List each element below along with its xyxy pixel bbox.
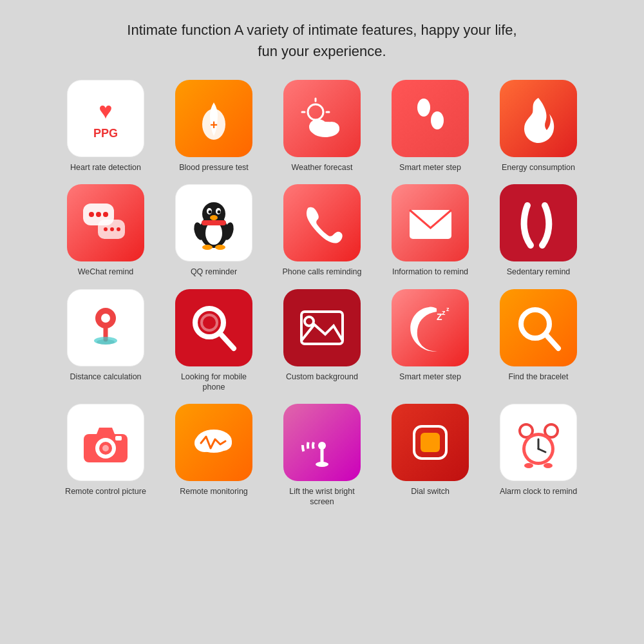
phone-icon: [301, 202, 343, 244]
icon-smart-step: [392, 80, 469, 157]
icon-weather: [283, 80, 361, 157]
svg-point-11: [431, 111, 444, 129]
svg-point-62: [316, 462, 328, 467]
svg-point-72: [544, 463, 553, 468]
sleep-icon: Z z z: [404, 302, 456, 354]
icon-find-phone: [175, 289, 252, 366]
alarm-icon: [515, 417, 563, 468]
item-blood-pressure: + Blood pressure test: [166, 80, 262, 173]
svg-rect-28: [202, 220, 226, 225]
icon-distance: [67, 289, 144, 366]
svg-point-38: [97, 339, 115, 345]
header-line1: Intimate function A variety of intimate …: [127, 19, 516, 41]
svg-point-17: [104, 227, 108, 231]
camera-icon: [80, 420, 131, 465]
item-smart-step2: Z z z Smart meter step: [382, 289, 478, 393]
ppg-label: PPG: [93, 127, 118, 140]
svg-point-15: [103, 212, 108, 217]
label-alarm: Alarm clock to remind: [500, 486, 577, 497]
header: Intimate function A variety of intimate …: [127, 19, 516, 62]
item-wrist: Lift the wrist bright screen: [274, 404, 370, 507]
icon-phone-calls: [283, 184, 361, 261]
label-weather: Weather forecast: [292, 162, 353, 173]
header-line2: fun your experience.: [127, 41, 516, 62]
item-smart-step: Smart meter step: [382, 80, 478, 173]
svg-text:z: z: [446, 306, 450, 312]
svg-text:z: z: [442, 308, 446, 316]
item-remote-mon: Remote monitoring: [166, 404, 262, 507]
item-bracelet: Find the bracelet: [490, 289, 587, 393]
label-blood-pressure: Blood pressure test: [179, 162, 249, 173]
item-alarm: Alarm clock to remind: [490, 404, 587, 507]
flame-icon: [521, 95, 556, 143]
item-dial: Dial switch: [382, 404, 478, 507]
item-energy: Energy consumption: [490, 80, 587, 173]
icon-wechat: [67, 184, 144, 261]
svg-point-30: [215, 245, 225, 250]
icon-info: [392, 184, 469, 261]
find-bracelet-icon: [515, 302, 563, 354]
icon-sedentary: [500, 184, 577, 261]
svg-point-35: [101, 314, 110, 323]
cloud-monitor-icon: [188, 419, 240, 467]
sedentary-icon: [518, 199, 560, 247]
icon-blood-pressure: +: [175, 80, 252, 157]
feature-grid: ♥ PPG Heart rate detection + Blood press…: [57, 80, 587, 507]
location-icon: [83, 302, 128, 354]
label-heart-rate: Heart rate detection: [70, 162, 141, 173]
qq-icon: [190, 196, 238, 251]
item-qq: QQ reminder: [166, 184, 262, 277]
heart-icon: ♥: [99, 97, 112, 124]
svg-point-9: [324, 122, 339, 135]
svg-point-19: [117, 227, 120, 231]
icon-custom-bg: [283, 289, 361, 366]
item-info: Information to remind: [382, 184, 478, 277]
icon-smart-step2: Z z z: [392, 289, 469, 366]
mail-icon: [406, 204, 455, 242]
icon-remote-mon: [175, 404, 252, 481]
svg-point-52: [102, 445, 109, 451]
svg-rect-53: [115, 436, 122, 440]
dial-icon: [404, 417, 456, 468]
blood-pressure-icon: +: [193, 96, 235, 141]
label-wrist: Lift the wrist bright screen: [280, 486, 364, 507]
item-distance: Distance calculation: [57, 289, 154, 393]
label-smart-step: Smart meter step: [399, 162, 461, 173]
label-phone-calls: Phone calls reminding: [283, 267, 362, 277]
label-smart-step2: Smart meter step: [399, 372, 461, 382]
label-distance: Distance calculation: [70, 372, 141, 382]
label-qq: QQ reminder: [191, 267, 237, 277]
svg-point-18: [110, 227, 114, 231]
svg-point-13: [89, 212, 94, 217]
item-custom-bg: Custom background: [274, 289, 370, 393]
svg-line-41: [220, 334, 234, 348]
svg-point-27: [210, 215, 218, 220]
icon-energy: [500, 80, 577, 157]
label-remote-mon: Remote monitoring: [180, 486, 248, 497]
svg-point-26: [217, 210, 220, 213]
item-find-phone: Looking for mobile phone: [166, 289, 262, 393]
item-heart-rate: ♥ PPG Heart rate detection: [57, 80, 154, 173]
label-dial: Dial switch: [411, 486, 450, 497]
svg-point-29: [202, 245, 213, 250]
icon-dial: [392, 404, 469, 481]
svg-point-43: [305, 317, 314, 326]
label-wechat: WeChat remind: [78, 267, 134, 277]
item-remote-pic: Remote control picture: [57, 404, 154, 507]
label-remote-pic: Remote control picture: [65, 486, 146, 497]
podcast-icon: [296, 417, 348, 468]
svg-point-71: [524, 463, 533, 468]
icon-remote-pic: [67, 404, 144, 481]
image-icon: [296, 305, 348, 350]
svg-text:+: +: [210, 118, 218, 132]
label-sedentary: Sedentary remind: [507, 267, 571, 277]
svg-point-10: [417, 99, 430, 117]
icon-heart-rate: ♥ PPG: [67, 80, 144, 157]
svg-line-48: [546, 335, 558, 348]
icon-qq: [175, 184, 252, 261]
label-energy: Energy consumption: [502, 162, 575, 173]
icon-bracelet: [500, 289, 577, 366]
svg-point-2: [308, 104, 323, 120]
wechat-icon: [80, 200, 131, 245]
magnify-phone-icon: [190, 302, 238, 354]
